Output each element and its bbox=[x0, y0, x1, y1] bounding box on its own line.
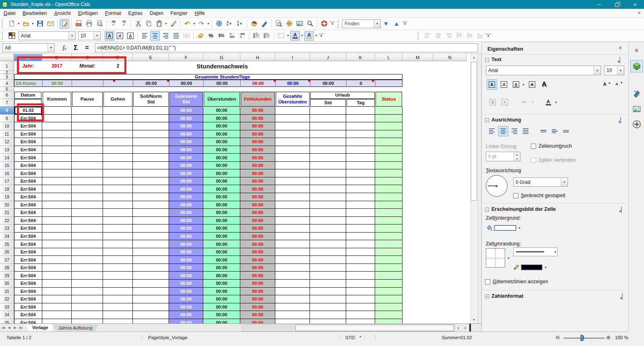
cell-K33[interactable] bbox=[346, 303, 375, 311]
cell-C23[interactable] bbox=[72, 224, 103, 233]
cell-G32[interactable]: 00:00 bbox=[203, 295, 240, 303]
cell-B34[interactable] bbox=[42, 311, 72, 319]
cell-B30[interactable] bbox=[42, 280, 72, 288]
cell-A17[interactable]: Err:504 bbox=[14, 177, 42, 185]
cell-J21[interactable] bbox=[310, 209, 346, 217]
percent-format-button[interactable]: % bbox=[206, 31, 216, 41]
menu-hilfe[interactable]: Hilfe bbox=[191, 9, 208, 17]
cell-K30[interactable] bbox=[346, 280, 375, 288]
panel-splitter[interactable] bbox=[477, 54, 481, 323]
cell-K19[interactable] bbox=[346, 193, 375, 201]
sidebar-underline-button[interactable]: A bbox=[511, 79, 521, 90]
help-button[interactable] bbox=[319, 19, 329, 29]
cell-A22[interactable]: Err:504 bbox=[14, 217, 42, 225]
object-align-toolbar-grip[interactable] bbox=[418, 32, 421, 40]
sort-ascending-button[interactable]: AZ▼ bbox=[225, 19, 234, 29]
menu-daten[interactable]: Daten bbox=[146, 9, 167, 17]
split-handle[interactable] bbox=[469, 324, 471, 332]
menu-fenster[interactable]: Fenster bbox=[167, 9, 191, 17]
cell-G35[interactable]: 00:00 bbox=[203, 319, 240, 323]
column-header-N[interactable]: N bbox=[433, 54, 467, 61]
row-header-35[interactable]: 35 bbox=[0, 319, 14, 323]
toolbar-grip[interactable] bbox=[2, 20, 5, 28]
cell-L12[interactable] bbox=[375, 138, 402, 146]
cell-I26[interactable] bbox=[275, 248, 310, 256]
cell-G34[interactable]: 00:00 bbox=[203, 311, 240, 319]
cell-F24[interactable]: 00:00 bbox=[169, 233, 203, 241]
new-document-dropdown-icon[interactable]: ▾ bbox=[17, 22, 21, 25]
cell-K29[interactable] bbox=[346, 272, 375, 280]
delete-decimal-button[interactable]: .0000← bbox=[237, 31, 247, 41]
object-align-middle-button[interactable] bbox=[464, 31, 474, 41]
column-header-E[interactable]: E bbox=[133, 54, 169, 61]
spellcheck-button[interactable]: AB✓ bbox=[109, 19, 118, 29]
cell-H30[interactable]: 00:00 bbox=[240, 280, 275, 288]
cell-E20[interactable] bbox=[133, 201, 169, 209]
row-header-1[interactable]: 1 bbox=[0, 61, 14, 71]
cell-G31[interactable]: 00:00 bbox=[203, 288, 240, 296]
cell-H35[interactable]: 00:00 bbox=[240, 319, 275, 323]
cell-C10[interactable] bbox=[72, 122, 103, 130]
horizontal-scrollbar-thumb[interactable] bbox=[295, 325, 454, 331]
cell-C19[interactable] bbox=[72, 193, 103, 201]
row-header-22[interactable]: 22 bbox=[0, 217, 14, 225]
column-header-G[interactable]: G bbox=[203, 54, 240, 61]
cell-G30[interactable]: 00:00 bbox=[203, 280, 240, 288]
cell-D21[interactable] bbox=[103, 209, 133, 217]
header-geleistete[interactable]: GeleisteteStd bbox=[169, 92, 203, 107]
zoom-out-icon[interactable]: ⊖ bbox=[555, 334, 560, 340]
cell-B16[interactable] bbox=[42, 169, 72, 177]
sidebar-justify-button[interactable] bbox=[520, 126, 531, 136]
format-paintbrush-button[interactable] bbox=[168, 19, 178, 29]
cell-C30[interactable] bbox=[72, 280, 103, 288]
cell-L33[interactable] bbox=[375, 303, 402, 311]
cell-L31[interactable] bbox=[375, 288, 402, 296]
cell-F11[interactable]: 00:00 bbox=[169, 130, 203, 138]
cell-L13[interactable] bbox=[375, 146, 402, 154]
sidebar-shrink-font-button[interactable]: A▼ bbox=[613, 79, 623, 90]
decrease-indent-button[interactable] bbox=[252, 31, 261, 41]
cell-H8[interactable]: 00:00 bbox=[240, 107, 275, 115]
cell-A21[interactable]: Err:504 bbox=[14, 209, 42, 217]
cell-G27[interactable]: 00:00 bbox=[203, 256, 240, 264]
cell-C24[interactable] bbox=[72, 233, 103, 241]
cell-D13[interactable] bbox=[103, 146, 133, 154]
row-header-33[interactable]: 33 bbox=[0, 303, 14, 311]
cell-L29[interactable] bbox=[375, 272, 402, 280]
cell-E22[interactable] bbox=[133, 217, 169, 225]
cell-B21[interactable] bbox=[42, 209, 72, 217]
sidebar-font-size-combo[interactable]: 10▾ bbox=[604, 66, 624, 75]
header-pause[interactable]: Pause bbox=[72, 92, 103, 107]
page-style-status[interactable]: PageStyle_Vorlage bbox=[148, 335, 188, 340]
text-dialog-launcher-icon[interactable] bbox=[619, 57, 620, 63]
cell-A20[interactable]: Err:504 bbox=[14, 201, 42, 209]
last-sheet-icon[interactable]: ▶| bbox=[18, 326, 24, 330]
cell-J22[interactable] bbox=[310, 217, 346, 225]
cell-C4[interactable] bbox=[72, 80, 103, 86]
column-header-L[interactable]: L bbox=[375, 54, 402, 61]
cell-F9[interactable]: 00:00 bbox=[169, 115, 203, 123]
restore-button[interactable] bbox=[608, 0, 626, 9]
cell-B15[interactable] bbox=[42, 162, 72, 170]
row-header-11[interactable]: 11 bbox=[0, 130, 14, 138]
sidebar-italic-button[interactable]: A bbox=[499, 79, 509, 90]
cell-I21[interactable] bbox=[275, 209, 310, 217]
cell-I9[interactable] bbox=[275, 115, 310, 123]
cell-F27[interactable]: 00:00 bbox=[169, 256, 203, 264]
cell-L21[interactable] bbox=[375, 209, 402, 217]
cell-D16[interactable] bbox=[103, 169, 133, 177]
cell-C35[interactable] bbox=[72, 319, 103, 323]
zoom-icon-button[interactable] bbox=[305, 19, 315, 29]
cell-L27[interactable] bbox=[375, 256, 402, 264]
cell-G4[interactable]: 00:00 bbox=[204, 80, 241, 86]
line-style-dropdown-icon[interactable]: ▾ bbox=[553, 250, 557, 254]
cell-I11[interactable] bbox=[275, 130, 310, 138]
cell-D33[interactable] bbox=[103, 303, 133, 311]
align-right-button[interactable] bbox=[161, 31, 170, 41]
header-urlaub[interactable]: Urlaub bbox=[310, 92, 375, 99]
cell-row3-merged[interactable]: Gesammte Stunden/Tage bbox=[14, 74, 402, 80]
cell-L19[interactable] bbox=[375, 193, 402, 201]
cell-I35[interactable] bbox=[275, 319, 310, 323]
cell-K31[interactable] bbox=[346, 288, 375, 296]
cell-A23[interactable]: Err:504 bbox=[14, 224, 42, 233]
